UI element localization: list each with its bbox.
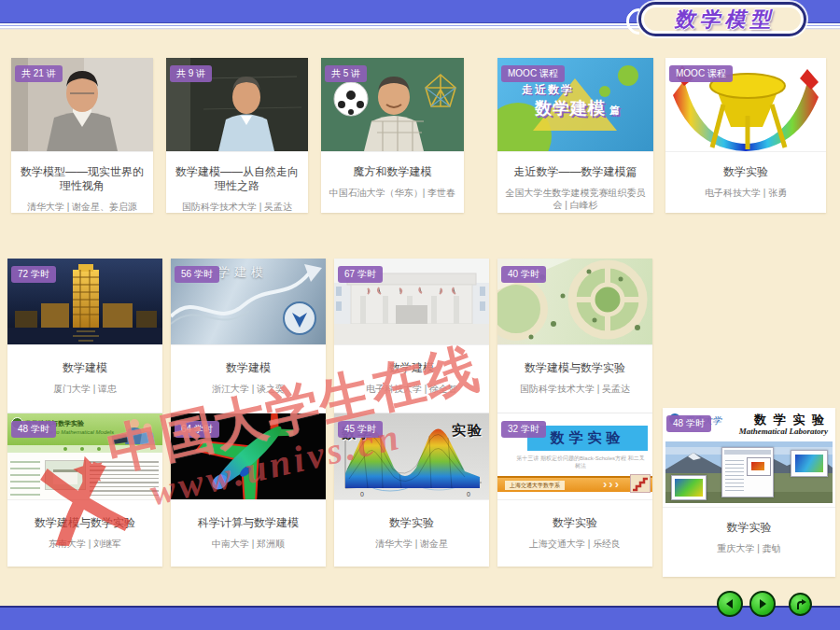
course-university: 电子科技大学 | 徐全智: [334, 375, 489, 395]
course-card-xmu[interactable]: 72 学时 数学建模 厦门大学 | 谭忠: [7, 259, 162, 413]
course-card-csu[interactable]: 64 学时 科学计算与数学建模 中南大学 | 郑洲顺: [171, 413, 326, 567]
nav-dot: [97, 447, 101, 451]
webpage-nav-art: [7, 445, 162, 453]
hours-badge: 45 学时: [338, 421, 383, 438]
course-card-mooc-intro[interactable]: 走近数学 数学建模篇 MOOC 课程 走近数学——数学建模篇 全国大学生数学建模…: [497, 58, 653, 213]
course-university: 上海交通大学 | 乐经良: [497, 530, 652, 550]
webpage-body-art: [7, 453, 162, 499]
course-thumbnail: 数学建模与数学实验 Welcome to Mathematical Models: [7, 413, 162, 500]
course-card-thu-exp[interactable]: 数学 实验 0 0 45 学时 数学实验 清华大学 | 谢金星: [334, 413, 489, 567]
students-art: [106, 416, 159, 444]
course-title: 数学实验: [663, 508, 835, 535]
course-thumbnail: MOOC 课程: [665, 58, 826, 152]
course-university: 清华大学 | 谢金星、姜启源: [11, 193, 153, 213]
nav-dot: [63, 447, 67, 451]
sidebar-lines-art: [10, 456, 40, 497]
paragraph-lines-art: [90, 458, 159, 496]
course-thumbnail: 数学 实验 0 0 45 学时: [334, 413, 489, 500]
hours-badge: 48 学时: [11, 421, 56, 438]
course-card-seu[interactable]: 数学建模与数学实验 Welcome to Mathematical Models: [7, 413, 162, 567]
course-thumbnail: 共 9 讲: [166, 58, 308, 152]
right-arrow-icon: [756, 597, 769, 610]
window-titlebar-art: [724, 450, 771, 455]
course-university: 东南大学 | 刘继军: [7, 530, 162, 550]
course-university: 浙江大学 | 谈之奕: [171, 375, 326, 395]
page-title-text: 数学模型: [670, 6, 776, 34]
code-lines-art: [725, 457, 744, 493]
course-title: 数学建模: [7, 345, 162, 375]
thumb-text: 上海交通大学数学系: [505, 481, 565, 490]
course-thumbnail: 走近数学 数学建模篇 MOOC 课程: [497, 58, 653, 152]
hours-badge: 40 学时: [501, 266, 546, 283]
course-university: 重庆大学 | 龚劬: [663, 535, 835, 554]
mini-plot-art: [747, 457, 771, 476]
course-title: 数学实验: [497, 500, 652, 530]
course-thumbnail: 共 21 讲: [11, 58, 153, 152]
course-card-cqu[interactable]: 重庆大学 数 学 实 验 Mathematical Laboratory: [663, 408, 835, 577]
building-art: [53, 469, 77, 484]
hours-badge: 72 学时: [11, 266, 56, 283]
course-university: 国防科学技术大学 | 吴孟达: [497, 375, 652, 395]
course-thumbnail: 共 5 讲: [321, 58, 464, 152]
course-thumbnail: 数学实验 第十三讲 期权定价问题的Black-Scholes方程 和二叉树法 上…: [497, 413, 652, 500]
course-card-uestc-exp[interactable]: MOOC 课程 数学实验 电子科技大学 | 张勇: [665, 58, 826, 213]
course-card-rubik[interactable]: 共 5 讲 魔方和数学建模 中国石油大学（华东）| 李世春: [321, 58, 464, 213]
return-arrow-icon: [794, 598, 807, 611]
course-card-nudt-model[interactable]: 共 9 讲 数学建模——从自然走向理性之路 国防科学技术大学 | 吴孟达: [166, 58, 308, 213]
course-card-tsinghua-model[interactable]: 共 21 讲 数学模型——现实世界的理性视角 清华大学 | 谢金星、姜启源: [11, 58, 153, 213]
mooc-badge: MOOC 课程: [501, 65, 565, 82]
stairs-icon: [630, 474, 651, 493]
slide-footer-bar: 上海交通大学数学系 ›››: [497, 476, 652, 492]
course-title: 科学计算与数学建模: [171, 500, 326, 530]
hours-badge: 32 学时: [501, 421, 546, 438]
hours-badge: 48 学时: [666, 415, 711, 432]
hours-badge: 56 学时: [175, 266, 219, 283]
course-title: 数学建模与数学实验: [497, 345, 652, 375]
lecture-count-badge: 共 5 讲: [325, 65, 367, 82]
screen: 数学模型 共 21 讲 数学模型——现实世界的理性视角 清华大学 | 谢金星、姜…: [0, 0, 840, 630]
thumb-text: 数学建模篇: [535, 97, 621, 119]
course-thumbnail: 72 学时: [7, 259, 162, 345]
nav-dot: [80, 447, 84, 451]
course-university: 厦门大学 | 谭忠: [7, 375, 162, 395]
return-button[interactable]: [789, 593, 812, 616]
course-title: 走近数学——数学建模篇: [497, 152, 653, 179]
plot-window-art: [671, 475, 707, 500]
thumb-text: 实验: [452, 422, 483, 440]
thumb-text-main: 数学建模: [535, 99, 606, 118]
course-card-uestc-model[interactable]: 67 学时 数学建模 电子科技大学 | 徐全智: [334, 259, 489, 413]
course-university: 清华大学 | 谢金星: [334, 530, 489, 550]
course-card-sjtu[interactable]: 数学实验 第十三讲 期权定价问题的Black-Scholes方程 和二叉树法 上…: [497, 413, 652, 567]
course-card-zju[interactable]: 数学建模 56 学时 数学建模 浙江大学 | 谈之奕: [171, 259, 326, 413]
course-university: 中南大学 | 郑洲顺: [171, 530, 326, 550]
course-column: 数学建模 56 学时 数学建模 浙江大学 | 谈之奕: [171, 259, 326, 567]
axis-label: 0: [360, 491, 364, 497]
prev-button[interactable]: [717, 591, 743, 617]
lecture-count-badge: 共 9 讲: [170, 65, 212, 82]
slide-caption: 第十三讲 期权定价问题的Black-Scholes方程 和二叉树法: [514, 455, 647, 469]
next-button[interactable]: [749, 591, 776, 617]
hours-badge: 67 学时: [338, 266, 383, 283]
course-column: 67 学时 数学建模 电子科技大学 | 徐全智: [334, 259, 489, 567]
thumb-text-suffix: 篇: [609, 105, 621, 116]
course-title: 数学实验: [334, 500, 489, 530]
course-university: 全国大学生数学建模竞赛组织委员会 | 白峰杉: [497, 179, 653, 211]
course-title: 数学建模: [171, 345, 326, 375]
thumb-text: 走近数学: [522, 82, 574, 98]
landscape-photo-art: [665, 441, 833, 503]
mooc-badge: MOOC 课程: [669, 65, 733, 82]
course-university: 中国石油大学（华东）| 李世春: [321, 179, 464, 199]
course-title: 数学建模——从自然走向理性之路: [166, 152, 308, 193]
surface-blob-art: [795, 455, 823, 472]
matlab-window-art: [721, 447, 774, 497]
course-column: 40 学时 数学建模与数学实验 国防科学技术大学 | 吴孟达 数学实验 第十三讲…: [497, 259, 652, 567]
lecture-count-badge: 共 21 讲: [15, 65, 63, 82]
course-university: 国防科学技术大学 | 吴孟达: [166, 193, 308, 213]
bottom-bar: [0, 606, 840, 630]
course-title: 数学建模: [334, 345, 489, 375]
course-card-nudt-exp[interactable]: 40 学时 数学建模与数学实验 国防科学技术大学 | 吴孟达: [497, 259, 652, 413]
left-arrow-icon: [723, 597, 736, 610]
course-thumbnail: 数学建模 56 学时: [171, 259, 326, 345]
course-title: 魔方和数学建模: [321, 152, 464, 179]
course-title: 数学模型——现实世界的理性视角: [11, 152, 153, 193]
